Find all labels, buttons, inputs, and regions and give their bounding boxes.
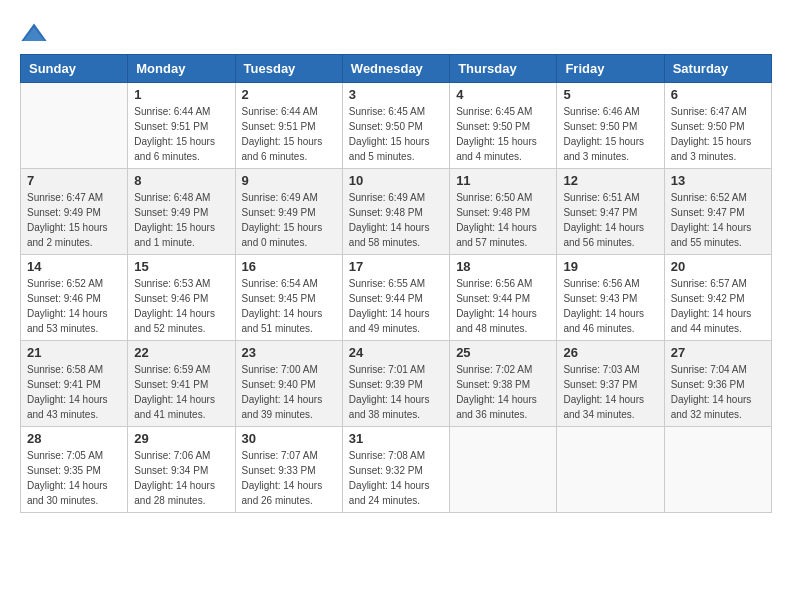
calendar-day-cell: 2Sunrise: 6:44 AM Sunset: 9:51 PM Daylig… — [235, 83, 342, 169]
day-info: Sunrise: 6:48 AM Sunset: 9:49 PM Dayligh… — [134, 190, 228, 250]
day-number: 16 — [242, 259, 336, 274]
calendar-day-cell: 5Sunrise: 6:46 AM Sunset: 9:50 PM Daylig… — [557, 83, 664, 169]
calendar-day-cell — [450, 427, 557, 513]
calendar-day-cell: 23Sunrise: 7:00 AM Sunset: 9:40 PM Dayli… — [235, 341, 342, 427]
day-number: 15 — [134, 259, 228, 274]
calendar-header-sunday: Sunday — [21, 55, 128, 83]
day-info: Sunrise: 6:45 AM Sunset: 9:50 PM Dayligh… — [456, 104, 550, 164]
calendar-day-cell: 20Sunrise: 6:57 AM Sunset: 9:42 PM Dayli… — [664, 255, 771, 341]
day-number: 23 — [242, 345, 336, 360]
day-number: 5 — [563, 87, 657, 102]
day-number: 12 — [563, 173, 657, 188]
calendar-week-row: 28Sunrise: 7:05 AM Sunset: 9:35 PM Dayli… — [21, 427, 772, 513]
day-number: 4 — [456, 87, 550, 102]
day-info: Sunrise: 6:59 AM Sunset: 9:41 PM Dayligh… — [134, 362, 228, 422]
calendar-week-row: 21Sunrise: 6:58 AM Sunset: 9:41 PM Dayli… — [21, 341, 772, 427]
calendar-header-friday: Friday — [557, 55, 664, 83]
day-number: 29 — [134, 431, 228, 446]
day-info: Sunrise: 7:03 AM Sunset: 9:37 PM Dayligh… — [563, 362, 657, 422]
calendar-day-cell — [21, 83, 128, 169]
day-info: Sunrise: 6:47 AM Sunset: 9:49 PM Dayligh… — [27, 190, 121, 250]
day-number: 26 — [563, 345, 657, 360]
page-header — [20, 20, 772, 48]
calendar-day-cell: 11Sunrise: 6:50 AM Sunset: 9:48 PM Dayli… — [450, 169, 557, 255]
calendar-day-cell: 16Sunrise: 6:54 AM Sunset: 9:45 PM Dayli… — [235, 255, 342, 341]
day-info: Sunrise: 6:44 AM Sunset: 9:51 PM Dayligh… — [134, 104, 228, 164]
day-info: Sunrise: 7:06 AM Sunset: 9:34 PM Dayligh… — [134, 448, 228, 508]
day-number: 21 — [27, 345, 121, 360]
day-number: 2 — [242, 87, 336, 102]
day-number: 8 — [134, 173, 228, 188]
calendar-day-cell: 6Sunrise: 6:47 AM Sunset: 9:50 PM Daylig… — [664, 83, 771, 169]
day-info: Sunrise: 6:52 AM Sunset: 9:47 PM Dayligh… — [671, 190, 765, 250]
day-number: 30 — [242, 431, 336, 446]
calendar-week-row: 14Sunrise: 6:52 AM Sunset: 9:46 PM Dayli… — [21, 255, 772, 341]
day-info: Sunrise: 6:54 AM Sunset: 9:45 PM Dayligh… — [242, 276, 336, 336]
calendar-day-cell: 9Sunrise: 6:49 AM Sunset: 9:49 PM Daylig… — [235, 169, 342, 255]
calendar-day-cell: 27Sunrise: 7:04 AM Sunset: 9:36 PM Dayli… — [664, 341, 771, 427]
calendar-day-cell: 7Sunrise: 6:47 AM Sunset: 9:49 PM Daylig… — [21, 169, 128, 255]
day-number: 22 — [134, 345, 228, 360]
calendar-header-tuesday: Tuesday — [235, 55, 342, 83]
calendar-day-cell: 4Sunrise: 6:45 AM Sunset: 9:50 PM Daylig… — [450, 83, 557, 169]
day-number: 1 — [134, 87, 228, 102]
calendar-day-cell — [557, 427, 664, 513]
day-info: Sunrise: 6:47 AM Sunset: 9:50 PM Dayligh… — [671, 104, 765, 164]
calendar-day-cell: 29Sunrise: 7:06 AM Sunset: 9:34 PM Dayli… — [128, 427, 235, 513]
calendar-day-cell — [664, 427, 771, 513]
calendar-day-cell: 15Sunrise: 6:53 AM Sunset: 9:46 PM Dayli… — [128, 255, 235, 341]
calendar-day-cell: 28Sunrise: 7:05 AM Sunset: 9:35 PM Dayli… — [21, 427, 128, 513]
calendar-week-row: 1Sunrise: 6:44 AM Sunset: 9:51 PM Daylig… — [21, 83, 772, 169]
day-number: 28 — [27, 431, 121, 446]
day-number: 11 — [456, 173, 550, 188]
calendar-day-cell: 31Sunrise: 7:08 AM Sunset: 9:32 PM Dayli… — [342, 427, 449, 513]
logo — [20, 20, 52, 48]
calendar-header-monday: Monday — [128, 55, 235, 83]
calendar-header-wednesday: Wednesday — [342, 55, 449, 83]
logo-icon — [20, 20, 48, 48]
day-info: Sunrise: 7:00 AM Sunset: 9:40 PM Dayligh… — [242, 362, 336, 422]
day-number: 24 — [349, 345, 443, 360]
day-info: Sunrise: 6:51 AM Sunset: 9:47 PM Dayligh… — [563, 190, 657, 250]
calendar-day-cell: 10Sunrise: 6:49 AM Sunset: 9:48 PM Dayli… — [342, 169, 449, 255]
calendar-day-cell: 22Sunrise: 6:59 AM Sunset: 9:41 PM Dayli… — [128, 341, 235, 427]
day-info: Sunrise: 7:05 AM Sunset: 9:35 PM Dayligh… — [27, 448, 121, 508]
day-number: 20 — [671, 259, 765, 274]
calendar-day-cell: 3Sunrise: 6:45 AM Sunset: 9:50 PM Daylig… — [342, 83, 449, 169]
calendar-day-cell: 30Sunrise: 7:07 AM Sunset: 9:33 PM Dayli… — [235, 427, 342, 513]
day-number: 27 — [671, 345, 765, 360]
day-number: 6 — [671, 87, 765, 102]
calendar-day-cell: 1Sunrise: 6:44 AM Sunset: 9:51 PM Daylig… — [128, 83, 235, 169]
day-number: 14 — [27, 259, 121, 274]
day-info: Sunrise: 6:45 AM Sunset: 9:50 PM Dayligh… — [349, 104, 443, 164]
day-info: Sunrise: 7:02 AM Sunset: 9:38 PM Dayligh… — [456, 362, 550, 422]
day-info: Sunrise: 7:04 AM Sunset: 9:36 PM Dayligh… — [671, 362, 765, 422]
day-number: 19 — [563, 259, 657, 274]
calendar-header-saturday: Saturday — [664, 55, 771, 83]
day-info: Sunrise: 6:50 AM Sunset: 9:48 PM Dayligh… — [456, 190, 550, 250]
day-number: 25 — [456, 345, 550, 360]
calendar-day-cell: 8Sunrise: 6:48 AM Sunset: 9:49 PM Daylig… — [128, 169, 235, 255]
day-number: 7 — [27, 173, 121, 188]
calendar-day-cell: 19Sunrise: 6:56 AM Sunset: 9:43 PM Dayli… — [557, 255, 664, 341]
calendar-table: SundayMondayTuesdayWednesdayThursdayFrid… — [20, 54, 772, 513]
day-info: Sunrise: 6:57 AM Sunset: 9:42 PM Dayligh… — [671, 276, 765, 336]
day-info: Sunrise: 6:52 AM Sunset: 9:46 PM Dayligh… — [27, 276, 121, 336]
day-number: 3 — [349, 87, 443, 102]
calendar-header-row: SundayMondayTuesdayWednesdayThursdayFrid… — [21, 55, 772, 83]
day-number: 10 — [349, 173, 443, 188]
calendar-day-cell: 26Sunrise: 7:03 AM Sunset: 9:37 PM Dayli… — [557, 341, 664, 427]
calendar-day-cell: 25Sunrise: 7:02 AM Sunset: 9:38 PM Dayli… — [450, 341, 557, 427]
calendar-day-cell: 12Sunrise: 6:51 AM Sunset: 9:47 PM Dayli… — [557, 169, 664, 255]
calendar-body: 1Sunrise: 6:44 AM Sunset: 9:51 PM Daylig… — [21, 83, 772, 513]
day-info: Sunrise: 7:08 AM Sunset: 9:32 PM Dayligh… — [349, 448, 443, 508]
day-info: Sunrise: 6:56 AM Sunset: 9:44 PM Dayligh… — [456, 276, 550, 336]
calendar-day-cell: 13Sunrise: 6:52 AM Sunset: 9:47 PM Dayli… — [664, 169, 771, 255]
day-number: 18 — [456, 259, 550, 274]
day-info: Sunrise: 7:07 AM Sunset: 9:33 PM Dayligh… — [242, 448, 336, 508]
day-info: Sunrise: 6:56 AM Sunset: 9:43 PM Dayligh… — [563, 276, 657, 336]
day-info: Sunrise: 6:53 AM Sunset: 9:46 PM Dayligh… — [134, 276, 228, 336]
day-number: 17 — [349, 259, 443, 274]
calendar-day-cell: 14Sunrise: 6:52 AM Sunset: 9:46 PM Dayli… — [21, 255, 128, 341]
calendar-header-thursday: Thursday — [450, 55, 557, 83]
